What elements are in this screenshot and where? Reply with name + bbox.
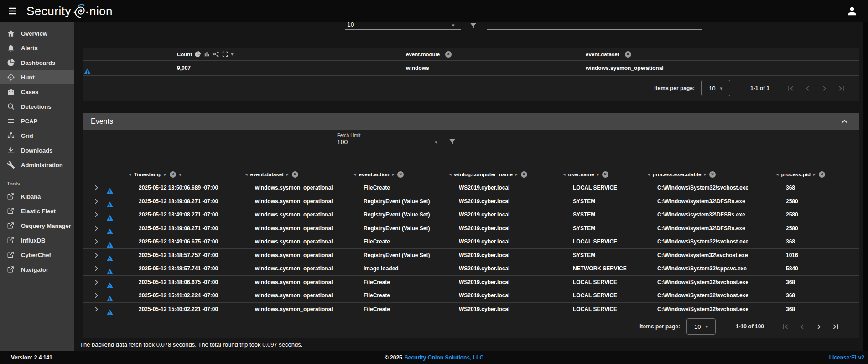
events-section-header[interactable]: Events: [83, 113, 859, 130]
warning-icon[interactable]: [106, 241, 139, 248]
previous-page-button[interactable]: [803, 84, 812, 93]
sidebar-item-alerts[interactable]: Alerts: [0, 41, 74, 55]
expand-icon[interactable]: [222, 51, 229, 58]
chevron-down-icon[interactable]: ▾: [179, 172, 182, 177]
move-column-right-icon[interactable]: ▸: [704, 172, 706, 177]
table-row[interactable]: 2025-05-12 18:50:06.689 -07:00 windows.s…: [83, 181, 859, 195]
sidebar-item-elastic-fleet[interactable]: Elastic Fleet: [0, 204, 74, 218]
move-column-left-icon[interactable]: ◂: [245, 172, 248, 177]
expand-row-icon[interactable]: [93, 265, 106, 272]
user-avatar-icon[interactable]: [846, 5, 858, 17]
sidebar-item-overview[interactable]: Overview: [0, 26, 74, 41]
fetch-limit-select[interactable]: 100: [337, 138, 348, 146]
remove-column-icon[interactable]: ×: [292, 171, 298, 178]
move-column-left-icon[interactable]: ◂: [563, 172, 566, 177]
sankey-toggle-icon[interactable]: [213, 51, 219, 58]
table-row[interactable]: 2025-05-12 15:40:02.221 -07:00 windows.s…: [83, 303, 859, 317]
warning-icon[interactable]: [106, 282, 139, 289]
remove-column-icon[interactable]: ×: [170, 171, 176, 178]
sidebar-item-hunt[interactable]: Hunt: [0, 70, 74, 84]
menu-icon[interactable]: [6, 5, 18, 17]
remove-column-icon[interactable]: ×: [397, 171, 404, 178]
table-row[interactable]: 2025-05-12 18:48:57.741 -07:00 windows.s…: [83, 262, 859, 276]
move-column-left-icon[interactable]: ◂: [776, 172, 779, 177]
table-row[interactable]: 2025-05-12 18:48:57.757 -07:00 windows.s…: [83, 249, 859, 263]
last-page-button[interactable]: [837, 84, 846, 93]
sidebar-item-navigator[interactable]: Navigator: [0, 262, 74, 277]
warning-icon[interactable]: [106, 255, 139, 262]
move-column-right-icon[interactable]: ▸: [164, 172, 166, 177]
bar-chart-toggle-icon[interactable]: [203, 51, 210, 58]
warning-icon[interactable]: [106, 201, 139, 208]
pie-chart-toggle-icon[interactable]: [194, 51, 201, 58]
remove-column-icon[interactable]: ×: [521, 171, 527, 178]
table-row[interactable]: 2025-05-12 15:41:02.224 -07:00 windows.s…: [83, 289, 859, 303]
remove-column-icon[interactable]: ×: [819, 171, 825, 178]
events-filter-input[interactable]: [462, 147, 846, 147]
sidebar-item-grid[interactable]: Grid: [0, 128, 74, 143]
expand-row-icon[interactable]: [93, 184, 106, 191]
sidebar-item-osquery-manager[interactable]: Osquery Manager: [0, 218, 74, 233]
expand-row-icon[interactable]: [93, 238, 106, 245]
warning-icon[interactable]: [106, 214, 139, 222]
chevron-down-icon[interactable]: ▾: [452, 22, 455, 28]
warning-icon[interactable]: [106, 228, 139, 235]
warning-icon[interactable]: [106, 309, 139, 316]
expand-row-icon[interactable]: [93, 252, 106, 259]
sidebar-item-influxdb[interactable]: InfluxDB: [0, 233, 74, 248]
table-row[interactable]: 2025-05-12 18:49:08.271 -07:00 windows.s…: [83, 222, 859, 236]
last-page-button[interactable]: [831, 322, 841, 332]
next-page-button[interactable]: [820, 84, 829, 93]
chevron-down-icon[interactable]: ▾: [435, 139, 437, 145]
filter-icon[interactable]: [469, 22, 477, 30]
sidebar-item-administration[interactable]: Administration: [0, 158, 74, 172]
move-column-right-icon[interactable]: ▸: [813, 172, 816, 177]
table-row[interactable]: 2025-05-12 18:48:06.675 -07:00 windows.s…: [83, 276, 859, 290]
move-column-left-icon[interactable]: ◂: [354, 172, 356, 177]
warning-icon[interactable]: [106, 187, 139, 195]
move-column-left-icon[interactable]: ◂: [129, 172, 131, 177]
previous-page-button[interactable]: [797, 322, 807, 332]
move-column-right-icon[interactable]: ▸: [286, 172, 289, 177]
vertical-scrollbar[interactable]: [863, 22, 868, 351]
expand-row-icon[interactable]: [93, 198, 106, 205]
chevron-up-icon[interactable]: [840, 117, 849, 126]
move-column-right-icon[interactable]: ▸: [392, 172, 395, 177]
table-row[interactable]: 2025-05-12 18:49:08.271 -07:00 windows.s…: [83, 208, 859, 222]
expand-row-icon[interactable]: [93, 292, 106, 299]
warning-icon[interactable]: [106, 268, 139, 275]
remove-column-icon[interactable]: ×: [709, 171, 716, 178]
next-page-button[interactable]: [814, 322, 824, 332]
remove-column-icon[interactable]: ×: [445, 51, 452, 58]
chevron-down-icon[interactable]: ▾: [231, 51, 234, 57]
first-page-button[interactable]: [786, 84, 795, 93]
move-column-left-icon[interactable]: ◂: [449, 172, 452, 177]
sidebar-item-pcap[interactable]: PCAP: [0, 114, 74, 128]
items-per-page-select[interactable]: 10 ▾: [686, 318, 716, 335]
remove-column-icon[interactable]: ×: [625, 51, 631, 58]
filter-icon[interactable]: [448, 138, 456, 146]
move-column-right-icon[interactable]: ▸: [597, 172, 599, 177]
sidebar-item-dashboards[interactable]: Dashboards: [0, 55, 74, 70]
move-column-left-icon[interactable]: ◂: [648, 172, 650, 177]
items-per-page-select[interactable]: 10 ▾: [701, 80, 730, 96]
expand-row-icon[interactable]: [93, 306, 106, 313]
sidebar-item-kibana[interactable]: Kibana: [0, 189, 74, 204]
expand-row-icon[interactable]: [93, 279, 106, 286]
sidebar-item-downloads[interactable]: Downloads: [0, 143, 74, 158]
company-link[interactable]: Security Onion Solutions, LLC: [405, 354, 483, 361]
first-page-button[interactable]: [780, 322, 790, 332]
warning-icon[interactable]: [83, 68, 177, 75]
sidebar-item-cyberchef[interactable]: CyberChef: [0, 248, 74, 262]
groupby-limit-select[interactable]: 10: [347, 21, 354, 28]
remove-column-icon[interactable]: ×: [602, 171, 608, 178]
groupby-filter-input[interactable]: [487, 29, 702, 30]
table-row[interactable]: 2025-05-12 18:49:06.675 -07:00 windows.s…: [83, 235, 859, 249]
warning-icon[interactable]: [106, 295, 139, 302]
sidebar-item-cases[interactable]: Cases: [0, 84, 74, 99]
groupby-data-row[interactable]: 9,007 windows windows.sysmon_operational: [83, 61, 859, 76]
expand-row-icon[interactable]: [93, 225, 106, 232]
license-link[interactable]: License:ELv2: [829, 354, 864, 361]
table-row[interactable]: 2025-05-12 18:49:08.271 -07:00 windows.s…: [83, 195, 859, 209]
sidebar-item-detections[interactable]: Detections: [0, 99, 74, 114]
